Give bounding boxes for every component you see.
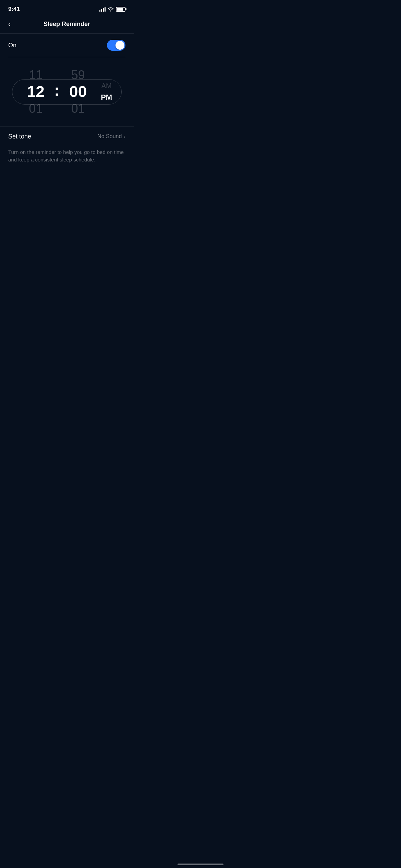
set-tone-label: Set tone (8, 133, 31, 140)
minute-above: 59 (61, 68, 95, 82)
minute-below: 01 (61, 101, 95, 116)
set-tone-row[interactable]: Set tone No Sound › (0, 126, 134, 146)
minute-selected[interactable]: 00 (61, 82, 95, 101)
hour-above: 11 (19, 68, 53, 82)
battery-icon (116, 7, 125, 12)
wifi-icon (108, 7, 114, 12)
signal-bars-icon (99, 7, 106, 12)
hour-selected[interactable]: 12 (19, 82, 53, 101)
minute-column[interactable]: 59 00 01 (61, 68, 95, 116)
hour-column[interactable]: 11 12 01 (19, 68, 53, 116)
status-icons (99, 7, 125, 12)
hour-below: 01 (19, 101, 53, 116)
toggle-label: On (8, 42, 16, 49)
ampm-selected[interactable]: PM (98, 91, 115, 103)
time-picker[interactable]: 11 12 01 : 59 00 01 AM PM (0, 68, 134, 116)
description-text: Turn on the reminder to help you go to b… (0, 146, 134, 174)
toggle-row: On (0, 34, 134, 57)
time-separator: : (53, 81, 61, 99)
header-title: Sleep Reminder (44, 21, 90, 28)
header: ‹ Sleep Reminder (0, 17, 134, 33)
set-tone-value-button[interactable]: No Sound › (97, 133, 125, 140)
status-time: 9:41 (8, 6, 20, 13)
chevron-right-icon: › (124, 134, 125, 139)
set-tone-current-value: No Sound (97, 133, 122, 140)
ampm-column[interactable]: AM PM (98, 80, 115, 103)
toggle-knob (116, 41, 124, 50)
status-bar: 9:41 (0, 0, 134, 17)
back-button[interactable]: ‹ (8, 20, 11, 29)
ampm-above: AM (98, 80, 115, 91)
time-picker-container[interactable]: 11 12 01 : 59 00 01 AM PM (0, 57, 134, 126)
sleep-reminder-toggle[interactable] (107, 40, 125, 51)
